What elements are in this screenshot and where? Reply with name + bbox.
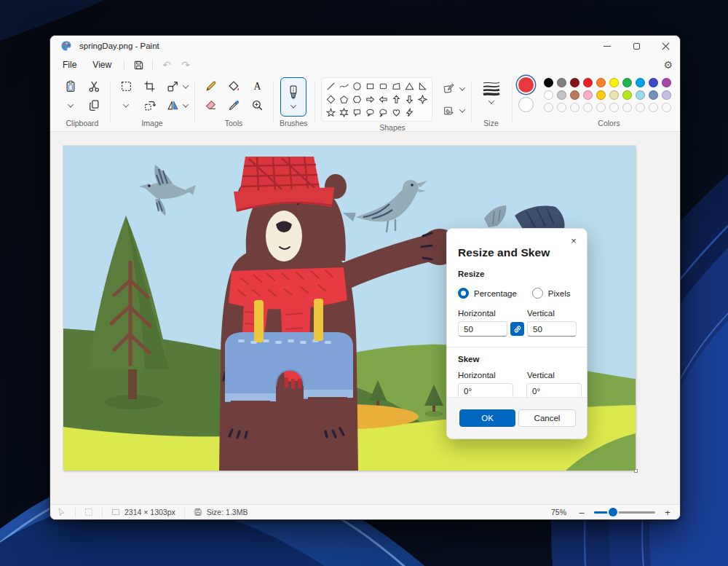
shape-star4[interactable] [416,93,429,106]
flip-button[interactable] [163,97,182,114]
paste-dropdown[interactable] [61,97,80,114]
palette-color[interactable] [557,78,566,87]
palette-empty-slot[interactable] [583,103,593,112]
menu-view[interactable]: View [84,58,119,72]
palette-color[interactable] [609,90,619,100]
color-picker-tool[interactable] [224,97,243,114]
resize-button[interactable] [163,78,182,95]
menu-file[interactable]: File [55,58,84,72]
palette-color[interactable] [557,90,566,100]
resize-horizontal-input[interactable] [458,321,507,337]
shape-diamond[interactable] [325,93,337,106]
rotate-button[interactable] [140,97,159,114]
zoom-slider[interactable] [594,508,655,516]
shape-arrow-left[interactable] [377,93,389,106]
text-tool[interactable]: A [248,78,266,95]
palette-color[interactable] [583,90,593,100]
palette-color[interactable] [636,78,645,87]
palette-empty-slot[interactable] [570,103,579,112]
dialog-close-button[interactable]: × [567,234,580,247]
palette-color[interactable] [544,78,553,87]
chevron-down-icon[interactable] [183,82,189,88]
settings-button[interactable]: ⚙ [663,59,673,71]
shape-triangle[interactable] [403,80,416,93]
shape-right-triangle[interactable] [416,80,429,93]
resize-vertical-input[interactable] [527,321,577,337]
select-button[interactable] [116,78,135,95]
palette-empty-slot[interactable] [609,103,619,112]
palette-color[interactable] [662,78,671,87]
zoom-slider-thumb[interactable] [609,508,617,516]
palette-color[interactable] [583,78,593,87]
brushes-button[interactable] [280,77,306,117]
maximize-button[interactable] [622,36,651,56]
palette-empty-slot[interactable] [662,103,671,112]
palette-empty-slot[interactable] [557,103,566,112]
shape-ellipse[interactable] [351,80,363,93]
shape-line[interactable] [325,80,337,93]
palette-color[interactable] [622,78,632,87]
palette-color[interactable] [570,78,579,87]
canvas-resize-handle[interactable] [634,469,638,473]
shape-fill-button[interactable] [440,102,459,119]
save-button[interactable] [129,58,148,72]
shape-bubble-cloud[interactable] [377,106,389,119]
palette-color[interactable] [649,78,658,87]
shape-outline-button[interactable] [440,80,459,98]
shape-star5[interactable] [325,106,337,119]
shape-arrow-down[interactable] [403,93,416,106]
palette-color[interactable] [570,90,579,100]
shape-bubble-oval[interactable] [364,106,376,119]
shape-rect[interactable] [364,80,376,93]
minimize-button[interactable] [593,36,622,56]
chevron-down-icon[interactable] [183,101,189,107]
size-button[interactable] [478,77,505,107]
eraser-tool[interactable] [201,97,220,114]
palette-empty-slot[interactable] [544,103,553,112]
palette-color[interactable] [622,90,632,100]
palette-color[interactable] [544,90,553,100]
select-dropdown[interactable] [116,97,135,114]
shape-heart[interactable] [390,106,403,119]
redo-button[interactable]: ↷ [176,58,195,72]
palette-color[interactable] [636,90,645,100]
undo-button[interactable]: ↶ [157,58,176,72]
shape-star6[interactable] [338,106,350,119]
pencil-tool[interactable] [201,78,220,95]
palette-color[interactable] [662,90,671,100]
zoom-out-button[interactable]: – [577,507,587,518]
close-button[interactable] [651,36,680,56]
shape-pentagon[interactable] [338,93,350,106]
pixels-radio[interactable] [532,288,543,299]
palette-empty-slot[interactable] [622,103,632,112]
paste-button[interactable] [61,78,80,95]
palette-empty-slot[interactable] [596,103,606,112]
palette-color[interactable] [649,90,658,100]
shape-lightning[interactable] [403,106,416,119]
skew-horizontal-input[interactable] [458,383,513,398]
palette-color[interactable] [596,90,606,100]
cancel-button[interactable]: Cancel [518,409,576,427]
copy-button[interactable] [84,97,103,114]
shape-rounded-rect[interactable] [377,80,389,93]
palette-empty-slot[interactable] [649,103,658,112]
maintain-aspect-ratio-button[interactable] [510,322,524,336]
shape-curve[interactable] [338,80,350,93]
zoom-in-button[interactable]: + [662,507,673,518]
cut-button[interactable] [84,78,103,95]
fill-tool[interactable] [224,78,243,95]
crop-button[interactable] [140,78,159,95]
palette-color[interactable] [609,78,619,87]
palette-color[interactable] [596,78,606,87]
percentage-radio[interactable] [458,288,469,299]
shape-arrow-right[interactable] [364,93,376,106]
foreground-color-swatch[interactable] [518,77,534,93]
shape-quad[interactable] [390,80,403,93]
shape-arrow-up[interactable] [390,93,403,106]
skew-vertical-input[interactable] [526,383,582,398]
shape-hexagon[interactable] [351,93,363,106]
ok-button[interactable]: OK [459,409,515,427]
magnifier-tool[interactable] [248,97,266,114]
palette-empty-slot[interactable] [636,103,645,112]
background-color-swatch[interactable] [518,97,534,112]
